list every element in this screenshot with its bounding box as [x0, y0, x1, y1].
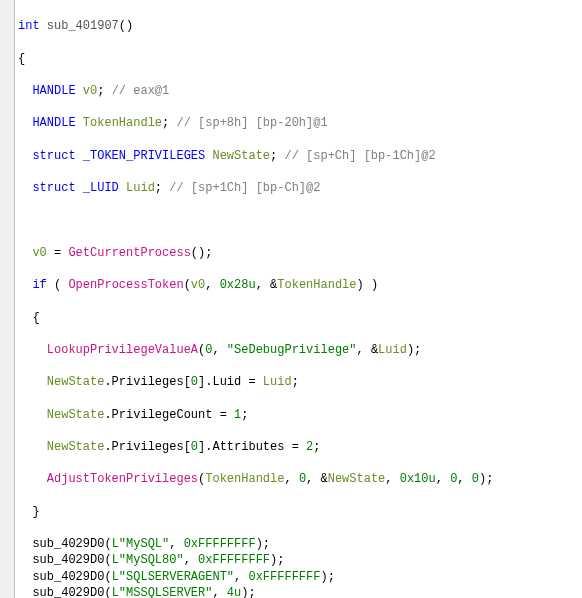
sub-call: sub_4029D0(L"MSSQLSERVER", 4u); — [18, 585, 582, 598]
sub-call: sub_4029D0(L"SQLSERVERAGENT", 0xFFFFFFFF… — [18, 569, 582, 585]
decl-newstate: struct _TOKEN_PRIVILEGES NewState; // [s… — [18, 148, 582, 164]
adjust-call: AdjustTokenPrivileges(TokenHandle, 0, &N… — [18, 471, 582, 487]
set-attr: NewState.Privileges[0].Attributes = 2; — [18, 439, 582, 455]
decompiler-view[interactable]: int sub_401907() { HANDLE v0; // eax@1 H… — [0, 0, 582, 598]
sub-call: sub_4029D0(L"MySQL", 0xFFFFFFFF); — [18, 536, 582, 552]
func-signature: int sub_401907() — [18, 18, 582, 34]
set-luid: NewState.Privileges[0].Luid = Luid; — [18, 374, 582, 390]
brace-open: { — [18, 51, 582, 67]
set-pcount: NewState.PrivilegeCount = 1; — [18, 407, 582, 423]
blank — [18, 212, 582, 228]
assign-v0: v0 = GetCurrentProcess(); — [18, 245, 582, 261]
decl-v0: HANDLE v0; // eax@1 — [18, 83, 582, 99]
lookup-call: LookupPrivilegeValueA(0, "SeDebugPrivile… — [18, 342, 582, 358]
decl-luid: struct _LUID Luid; // [sp+1Ch] [bp-Ch]@2 — [18, 180, 582, 196]
if-openprocess: if ( OpenProcessToken(v0, 0x28u, &TokenH… — [18, 277, 582, 293]
decl-tokenhandle: HANDLE TokenHandle; // [sp+8h] [bp-20h]@… — [18, 115, 582, 131]
if-brace-open: { — [18, 310, 582, 326]
sub-call: sub_4029D0(L"MySQL80", 0xFFFFFFFF); — [18, 552, 582, 568]
call-list: sub_4029D0(L"MySQL", 0xFFFFFFFF); sub_40… — [18, 536, 582, 598]
gutter — [0, 0, 15, 598]
if-brace-close: } — [18, 504, 582, 520]
